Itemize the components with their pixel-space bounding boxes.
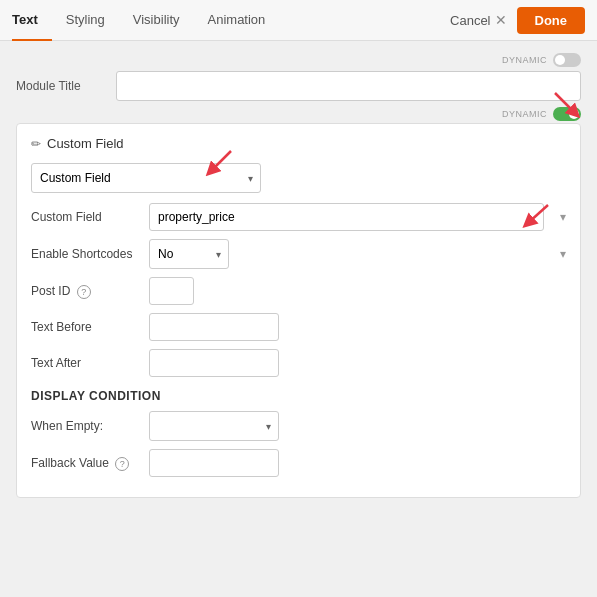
custom-field-dynamic-label: DYNAMIC	[502, 109, 547, 119]
shortcodes-dropdown-wrapper: No Yes ▾	[149, 239, 229, 269]
done-button[interactable]: Done	[517, 7, 586, 34]
post-id-label: Post ID ?	[31, 284, 141, 299]
tab-animation[interactable]: Animation	[194, 0, 280, 41]
red-arrow-module-title	[549, 87, 585, 123]
shortcodes-dropdown[interactable]: No Yes	[149, 239, 229, 269]
fallback-value-input[interactable]	[149, 449, 279, 477]
enable-shortcodes-row: Enable Shortcodes No Yes ▾ ▾	[31, 239, 566, 269]
toggle-knob	[555, 55, 565, 65]
custom-field-dynamic-row: DYNAMIC	[16, 107, 581, 121]
post-id-row: Post ID ?	[31, 277, 566, 305]
top-bar-actions: Cancel ✕ Done	[450, 7, 585, 34]
text-after-row: Text After	[31, 349, 566, 377]
text-before-row: Text Before	[31, 313, 566, 341]
help-icon[interactable]: ?	[77, 285, 91, 299]
text-before-label: Text Before	[31, 320, 141, 334]
when-empty-dropdown[interactable]: Show Hide	[149, 411, 279, 441]
post-id-input[interactable]	[149, 277, 194, 305]
when-empty-label: When Empty:	[31, 419, 141, 433]
cancel-button[interactable]: Cancel ✕	[450, 12, 506, 28]
module-title-dynamic-row: DYNAMIC	[16, 53, 581, 67]
text-after-input[interactable]	[149, 349, 279, 377]
tab-text[interactable]: Text	[12, 0, 52, 41]
svg-line-1	[555, 93, 575, 113]
type-dropdown-row: Custom Field Post Title Post Date Author…	[31, 163, 566, 193]
custom-field-value-row: Custom Field ▾	[31, 203, 566, 231]
red-arrow-dropdown	[201, 145, 237, 181]
main-content: DYNAMIC Module Title DYNAMIC	[0, 41, 597, 518]
custom-field-header-label: Custom Field	[47, 136, 124, 151]
display-condition-title: DISPLAY CONDITION	[31, 389, 566, 403]
svg-line-5	[528, 205, 548, 223]
enable-shortcodes-label: Enable Shortcodes	[31, 247, 141, 261]
text-after-label: Text After	[31, 356, 141, 370]
when-empty-row: When Empty: Show Hide ▾	[31, 411, 566, 441]
fallback-help-icon[interactable]: ?	[115, 457, 129, 471]
when-empty-dropdown-wrapper: Show Hide ▾	[149, 411, 279, 441]
tab-visibility[interactable]: Visibility	[119, 0, 194, 41]
custom-field-section-header: ✏ Custom Field	[31, 136, 566, 151]
text-before-input[interactable]	[149, 313, 279, 341]
red-arrow-property-price	[518, 199, 554, 235]
top-navigation-bar: Text Styling Visibility Animation Cancel…	[0, 0, 597, 41]
custom-field-value-input[interactable]	[149, 203, 544, 231]
module-title-row: Module Title	[16, 71, 581, 101]
custom-field-section: ✏ Custom Field Custom Field Post Title P…	[16, 123, 581, 498]
module-title-input[interactable]	[116, 71, 581, 101]
module-title-label: Module Title	[16, 79, 106, 93]
module-title-dynamic-label: DYNAMIC	[502, 55, 547, 65]
custom-field-value-label: Custom Field	[31, 210, 141, 224]
tab-styling[interactable]: Styling	[52, 0, 119, 41]
close-icon: ✕	[495, 12, 507, 28]
module-title-dynamic-toggle[interactable]	[553, 53, 581, 67]
svg-line-3	[211, 151, 231, 171]
chevron-right-icon: ▾	[560, 210, 566, 224]
fallback-value-label: Fallback Value ?	[31, 456, 141, 471]
pencil-icon: ✏	[31, 137, 41, 151]
fallback-value-row: Fallback Value ?	[31, 449, 566, 477]
chevron-down-icon-2: ▾	[560, 247, 566, 261]
